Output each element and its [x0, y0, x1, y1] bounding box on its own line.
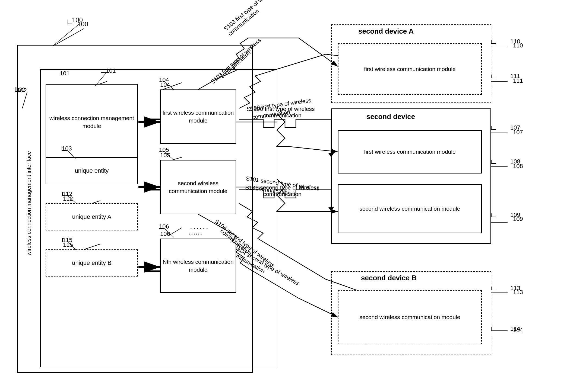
second-wireless-109-box: second wireless communication module: [338, 184, 482, 233]
svg-line-0: [53, 28, 84, 46]
second-wireless-105-box: second wireless communication module: [160, 160, 236, 214]
ref-111: 111: [513, 77, 523, 84]
first-wireless-108-box: first wireless communication module: [338, 130, 482, 173]
s103-label: S103 first type of wireless communicatio…: [223, 0, 289, 37]
svg-line-25: [54, 24, 79, 45]
nth-wireless-box: Nth wireless communication module: [160, 239, 236, 293]
svg-line-45: [288, 146, 338, 152]
ref-110: 110: [513, 42, 523, 49]
ref-114: 114: [513, 327, 523, 334]
ref-100: 100: [77, 20, 88, 28]
first-wireless-104-box: first wireless communication module: [160, 89, 236, 144]
mgmt-module-box: wireless connection management module: [46, 84, 138, 160]
second-wireless-114-box: second wireless communication module: [338, 290, 482, 344]
ref-113: 113: [513, 289, 523, 296]
diagram: 100 wireless connection management inter…: [0, 0, 567, 392]
unique-entity-b-box: unique entity B: [46, 249, 138, 277]
ref-107: 107: [513, 129, 523, 136]
ref-109: 109: [513, 216, 523, 223]
unique-entity-box: unique entity: [46, 157, 138, 184]
ref-108: 108: [513, 163, 523, 170]
first-wireless-111-box: first wireless communication module: [338, 43, 482, 95]
unique-entity-a-box: unique entity A: [46, 203, 138, 230]
